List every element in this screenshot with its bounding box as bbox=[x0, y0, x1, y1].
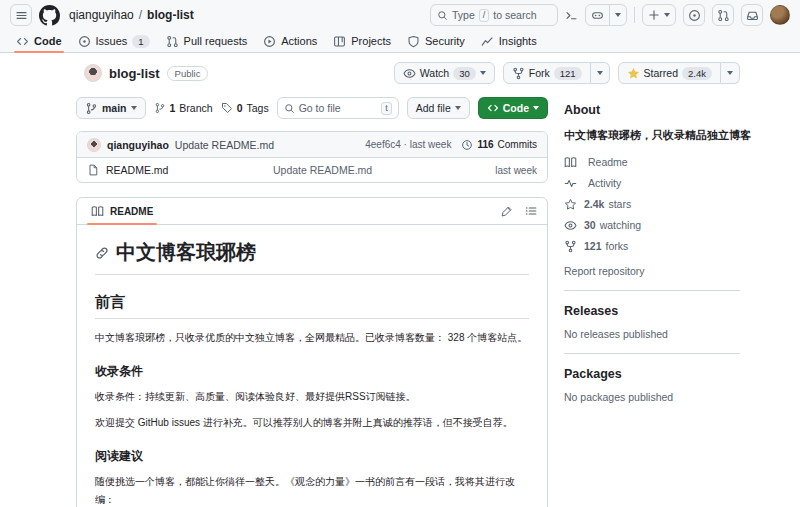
report-repository-link[interactable]: Report repository bbox=[564, 265, 740, 277]
commits-count: 116 bbox=[477, 139, 493, 150]
sidebar-item-label: watching bbox=[600, 219, 641, 231]
user-avatar[interactable] bbox=[770, 5, 790, 25]
repo-fork-icon bbox=[564, 240, 577, 253]
sidebar-item-forks[interactable]: 121 forks bbox=[564, 240, 740, 253]
tab-security[interactable]: Security bbox=[399, 30, 473, 52]
inbox-icon bbox=[746, 9, 759, 22]
app-header: qianguyihao / blog-list Type / to search bbox=[0, 0, 800, 30]
tab-label: Security bbox=[425, 35, 465, 47]
slash-key-hint: / bbox=[479, 9, 490, 22]
commit-hash[interactable]: 4eef6c4 bbox=[365, 139, 401, 150]
file-commit-time: last week bbox=[495, 165, 537, 176]
copilot-dropdown-button[interactable] bbox=[609, 5, 626, 25]
outline-list-icon[interactable] bbox=[525, 205, 537, 217]
hamburger-menu-button[interactable] bbox=[10, 4, 32, 26]
visibility-badge: Public bbox=[167, 66, 209, 81]
tab-readme[interactable]: README bbox=[87, 198, 157, 224]
table-row[interactable]: README.md Update README.md last week bbox=[77, 157, 547, 182]
link-icon[interactable] bbox=[95, 246, 109, 260]
repo-header: blog-list Public Watch 30 Fork 121 bbox=[76, 53, 740, 93]
git-branch-icon bbox=[85, 102, 98, 115]
repo-fork-icon bbox=[512, 67, 525, 80]
latest-commit-bar: qianguyihao Update README.md 4eef6c4 · l… bbox=[77, 132, 547, 157]
go-to-file-input[interactable] bbox=[299, 102, 369, 114]
tab-code[interactable]: Code bbox=[8, 30, 70, 52]
star-filled-icon bbox=[627, 67, 640, 80]
sidebar-divider bbox=[564, 353, 740, 354]
inbox-button[interactable] bbox=[741, 4, 763, 26]
sidebar-item-activity[interactable]: Activity bbox=[564, 177, 740, 190]
starred-button[interactable]: Starred 2.4k bbox=[618, 62, 721, 84]
issue-opened-icon bbox=[688, 9, 701, 22]
file-commit-message[interactable]: Update README.md bbox=[273, 164, 488, 176]
sidebar-item-label: Readme bbox=[588, 156, 628, 168]
starred-label: Starred bbox=[644, 67, 678, 79]
breadcrumb: qianguyihao / blog-list bbox=[69, 8, 194, 22]
about-sidebar: About 中文博客琅琊榜，只收录精品独立博客 Readme Activity … bbox=[564, 93, 740, 403]
commit-hash-time[interactable]: 4eef6c4 · last week bbox=[365, 139, 451, 150]
fork-label: Fork bbox=[529, 67, 550, 79]
tab-actions[interactable]: Actions bbox=[255, 30, 325, 52]
breadcrumb-repo[interactable]: blog-list bbox=[147, 8, 194, 22]
about-title: About bbox=[564, 103, 740, 117]
branch-count: 1 bbox=[170, 102, 176, 114]
tab-label: Insights bbox=[499, 35, 537, 47]
global-search-input[interactable]: Type / to search bbox=[430, 4, 558, 26]
git-pull-request-icon bbox=[166, 35, 179, 48]
create-new-button[interactable] bbox=[642, 4, 676, 26]
tag-count-label: Tags bbox=[246, 102, 268, 114]
tab-label: Actions bbox=[281, 35, 317, 47]
book-icon bbox=[564, 156, 577, 169]
dot-separator: · bbox=[404, 139, 407, 150]
tab-projects[interactable]: Projects bbox=[325, 30, 399, 52]
packages-title: Packages bbox=[564, 367, 740, 381]
repo-owner-avatar[interactable] bbox=[84, 64, 102, 82]
readme-panel: README 中文博客琅琊榜 前言 中文博客琅琊榜，只收录优 bbox=[76, 197, 548, 507]
fork-dropdown-button[interactable] bbox=[591, 62, 610, 84]
issues-header-button[interactable] bbox=[683, 4, 705, 26]
book-icon bbox=[91, 205, 104, 218]
command-palette-icon[interactable] bbox=[565, 9, 578, 22]
commit-time: last week bbox=[410, 139, 452, 150]
repo-title[interactable]: blog-list bbox=[109, 66, 160, 81]
branch-selector-button[interactable]: main bbox=[76, 97, 146, 119]
copilot-icon bbox=[591, 9, 604, 22]
file-name[interactable]: README.md bbox=[106, 164, 266, 176]
tab-issues[interactable]: Issues 1 bbox=[70, 30, 158, 52]
code-dropdown-button[interactable]: Code bbox=[478, 97, 548, 119]
copilot-button[interactable] bbox=[586, 5, 609, 25]
section-heading: 前言 bbox=[95, 293, 529, 319]
sidebar-item-readme[interactable]: Readme bbox=[564, 156, 740, 169]
pencil-icon[interactable] bbox=[501, 205, 513, 217]
sidebar-item-watching[interactable]: 30 watching bbox=[564, 219, 740, 232]
fork-button-group: Fork 121 bbox=[503, 62, 610, 84]
watch-count: 30 bbox=[453, 67, 476, 80]
tab-label: Code bbox=[34, 35, 62, 47]
branches-link[interactable]: 1 Branch bbox=[154, 102, 213, 114]
history-icon bbox=[461, 139, 473, 151]
fork-button[interactable]: Fork 121 bbox=[503, 62, 591, 84]
chevron-down-icon bbox=[664, 13, 670, 17]
tab-pull-requests[interactable]: Pull requests bbox=[158, 30, 256, 52]
commit-author-avatar[interactable] bbox=[87, 138, 101, 152]
breadcrumb-owner[interactable]: qianguyihao bbox=[69, 8, 134, 22]
hamburger-icon bbox=[15, 9, 28, 22]
commit-message[interactable]: Update README.md bbox=[175, 139, 274, 151]
breadcrumb-separator: / bbox=[139, 8, 142, 22]
star-dropdown-button[interactable] bbox=[721, 62, 740, 84]
commit-history-link[interactable]: 116 Commits bbox=[461, 139, 537, 151]
tab-insights[interactable]: Insights bbox=[473, 30, 545, 52]
watch-label: Watch bbox=[420, 67, 449, 79]
github-logo-icon[interactable] bbox=[39, 5, 60, 26]
watch-button[interactable]: Watch 30 bbox=[394, 62, 495, 84]
commit-author[interactable]: qianguyihao bbox=[107, 139, 169, 151]
github-repo-page: qianguyihao / blog-list Type / to search bbox=[0, 0, 800, 507]
releases-title: Releases bbox=[564, 304, 740, 318]
pull-requests-header-button[interactable] bbox=[712, 4, 734, 26]
sidebar-item-stars[interactable]: 2.4k stars bbox=[564, 198, 740, 211]
add-file-button[interactable]: Add file bbox=[407, 97, 470, 119]
sidebar-item-label: stars bbox=[608, 198, 631, 210]
tags-link[interactable]: 0 Tags bbox=[221, 102, 269, 114]
commits-label: Commits bbox=[498, 139, 537, 150]
branch-count-label: Branch bbox=[179, 102, 212, 114]
